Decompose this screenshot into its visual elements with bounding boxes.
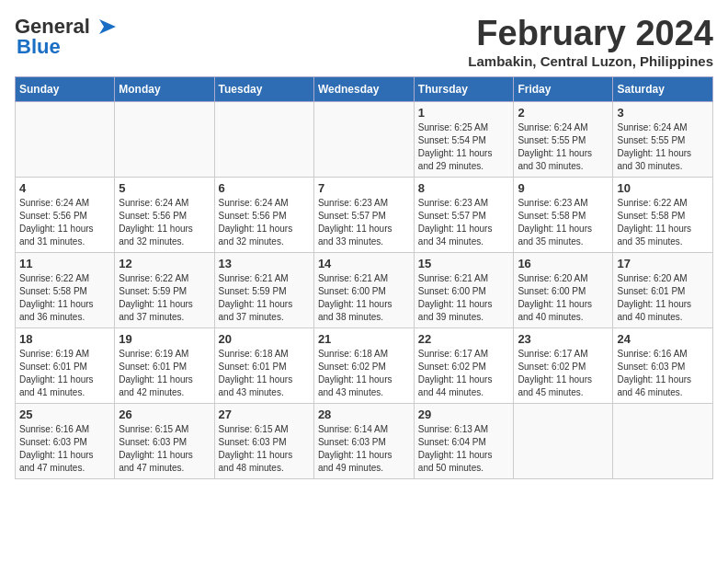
calendar-header: SundayMondayTuesdayWednesdayThursdayFrid… bbox=[16, 76, 713, 101]
day-number: 2 bbox=[518, 106, 609, 120]
calendar-cell: 1Sunrise: 6:25 AM Sunset: 5:54 PM Daylig… bbox=[414, 101, 514, 177]
day-info: Sunrise: 6:18 AM Sunset: 6:02 PM Dayligh… bbox=[318, 348, 410, 399]
calendar-cell: 8Sunrise: 6:23 AM Sunset: 5:57 PM Daylig… bbox=[414, 177, 514, 252]
day-number: 5 bbox=[119, 181, 210, 195]
calendar-cell: 11Sunrise: 6:22 AM Sunset: 5:58 PM Dayli… bbox=[16, 252, 115, 327]
day-info: Sunrise: 6:17 AM Sunset: 6:02 PM Dayligh… bbox=[518, 348, 609, 399]
weekday-header: Tuesday bbox=[214, 76, 313, 101]
day-number: 24 bbox=[617, 332, 709, 346]
day-number: 18 bbox=[19, 332, 110, 346]
day-info: Sunrise: 6:18 AM Sunset: 6:01 PM Dayligh… bbox=[219, 348, 310, 399]
day-number: 21 bbox=[318, 332, 410, 346]
day-number: 22 bbox=[418, 332, 510, 346]
week-row: 25Sunrise: 6:16 AM Sunset: 6:03 PM Dayli… bbox=[16, 403, 713, 478]
svg-marker-0 bbox=[99, 19, 116, 34]
day-info: Sunrise: 6:13 AM Sunset: 6:04 PM Dayligh… bbox=[418, 423, 510, 475]
logo-blue: Blue bbox=[17, 35, 61, 59]
day-number: 7 bbox=[318, 181, 410, 195]
calendar-cell: 9Sunrise: 6:23 AM Sunset: 5:58 PM Daylig… bbox=[514, 177, 613, 252]
calendar-cell: 24Sunrise: 6:16 AM Sunset: 6:03 PM Dayli… bbox=[613, 327, 713, 403]
calendar-cell: 6Sunrise: 6:24 AM Sunset: 5:56 PM Daylig… bbox=[214, 177, 313, 252]
day-info: Sunrise: 6:15 AM Sunset: 6:03 PM Dayligh… bbox=[219, 423, 310, 475]
calendar-cell: 23Sunrise: 6:17 AM Sunset: 6:02 PM Dayli… bbox=[514, 327, 613, 403]
day-number: 10 bbox=[617, 181, 709, 195]
day-number: 23 bbox=[518, 332, 609, 346]
week-row: 4Sunrise: 6:24 AM Sunset: 5:56 PM Daylig… bbox=[16, 177, 713, 252]
calendar-cell: 14Sunrise: 6:21 AM Sunset: 6:00 PM Dayli… bbox=[313, 252, 414, 327]
day-number: 14 bbox=[318, 257, 410, 270]
day-info: Sunrise: 6:22 AM Sunset: 5:58 PM Dayligh… bbox=[19, 272, 110, 324]
calendar-cell: 20Sunrise: 6:18 AM Sunset: 6:01 PM Dayli… bbox=[214, 327, 313, 403]
weekday-header: Wednesday bbox=[313, 76, 414, 101]
calendar-cell bbox=[16, 101, 115, 177]
calendar-cell: 18Sunrise: 6:19 AM Sunset: 6:01 PM Dayli… bbox=[16, 327, 115, 403]
day-info: Sunrise: 6:16 AM Sunset: 6:03 PM Dayligh… bbox=[617, 348, 709, 399]
calendar-cell: 7Sunrise: 6:23 AM Sunset: 5:57 PM Daylig… bbox=[313, 177, 414, 252]
day-number: 9 bbox=[518, 181, 609, 195]
day-number: 17 bbox=[617, 257, 709, 270]
day-info: Sunrise: 6:17 AM Sunset: 6:02 PM Dayligh… bbox=[418, 348, 510, 399]
calendar-cell: 13Sunrise: 6:21 AM Sunset: 5:59 PM Dayli… bbox=[214, 252, 313, 327]
day-number: 16 bbox=[518, 257, 609, 270]
day-info: Sunrise: 6:16 AM Sunset: 6:03 PM Dayligh… bbox=[19, 423, 110, 475]
header-row: SundayMondayTuesdayWednesdayThursdayFrid… bbox=[16, 76, 713, 101]
day-info: Sunrise: 6:23 AM Sunset: 5:57 PM Dayligh… bbox=[418, 197, 510, 248]
calendar-cell: 2Sunrise: 6:24 AM Sunset: 5:55 PM Daylig… bbox=[514, 101, 613, 177]
calendar-cell: 17Sunrise: 6:20 AM Sunset: 6:01 PM Dayli… bbox=[613, 252, 713, 327]
day-info: Sunrise: 6:20 AM Sunset: 6:01 PM Dayligh… bbox=[617, 272, 709, 324]
day-info: Sunrise: 6:21 AM Sunset: 6:00 PM Dayligh… bbox=[318, 272, 410, 324]
day-number: 1 bbox=[418, 106, 510, 120]
day-number: 4 bbox=[19, 181, 110, 195]
calendar-cell bbox=[214, 101, 313, 177]
day-info: Sunrise: 6:23 AM Sunset: 5:58 PM Dayligh… bbox=[518, 197, 609, 248]
calendar-cell: 29Sunrise: 6:13 AM Sunset: 6:04 PM Dayli… bbox=[414, 403, 514, 478]
week-row: 1Sunrise: 6:25 AM Sunset: 5:54 PM Daylig… bbox=[16, 101, 713, 177]
day-number: 15 bbox=[418, 257, 510, 270]
day-info: Sunrise: 6:24 AM Sunset: 5:55 PM Dayligh… bbox=[617, 121, 709, 173]
calendar-cell: 3Sunrise: 6:24 AM Sunset: 5:55 PM Daylig… bbox=[613, 101, 713, 177]
day-number: 27 bbox=[219, 408, 310, 421]
weekday-header: Thursday bbox=[414, 76, 514, 101]
day-number: 29 bbox=[418, 408, 510, 421]
day-number: 6 bbox=[219, 181, 310, 195]
day-number: 25 bbox=[19, 408, 110, 421]
week-row: 18Sunrise: 6:19 AM Sunset: 6:01 PM Dayli… bbox=[16, 327, 713, 403]
day-number: 13 bbox=[219, 257, 310, 270]
calendar-cell: 16Sunrise: 6:20 AM Sunset: 6:00 PM Dayli… bbox=[514, 252, 613, 327]
day-info: Sunrise: 6:21 AM Sunset: 6:00 PM Dayligh… bbox=[418, 272, 510, 324]
day-number: 8 bbox=[418, 181, 510, 195]
calendar-cell: 21Sunrise: 6:18 AM Sunset: 6:02 PM Dayli… bbox=[313, 327, 414, 403]
day-info: Sunrise: 6:21 AM Sunset: 5:59 PM Dayligh… bbox=[219, 272, 310, 324]
day-info: Sunrise: 6:22 AM Sunset: 5:58 PM Dayligh… bbox=[617, 197, 709, 248]
day-info: Sunrise: 6:14 AM Sunset: 6:03 PM Dayligh… bbox=[318, 423, 410, 475]
day-info: Sunrise: 6:22 AM Sunset: 5:59 PM Dayligh… bbox=[119, 272, 210, 324]
logo: General Blue bbox=[15, 15, 118, 59]
day-number: 19 bbox=[119, 332, 210, 346]
week-row: 11Sunrise: 6:22 AM Sunset: 5:58 PM Dayli… bbox=[16, 252, 713, 327]
title-area: February 2024 Lambakin, Central Luzon, P… bbox=[468, 15, 713, 69]
calendar-body: 1Sunrise: 6:25 AM Sunset: 5:54 PM Daylig… bbox=[16, 101, 713, 478]
calendar-cell bbox=[115, 101, 214, 177]
header: General Blue February 2024 Lambakin, Cen… bbox=[15, 15, 713, 69]
day-info: Sunrise: 6:25 AM Sunset: 5:54 PM Dayligh… bbox=[418, 121, 510, 173]
day-number: 3 bbox=[617, 106, 709, 120]
day-info: Sunrise: 6:24 AM Sunset: 5:56 PM Dayligh… bbox=[19, 197, 110, 248]
day-info: Sunrise: 6:23 AM Sunset: 5:57 PM Dayligh… bbox=[318, 197, 410, 248]
calendar-cell: 25Sunrise: 6:16 AM Sunset: 6:03 PM Dayli… bbox=[16, 403, 115, 478]
weekday-header: Friday bbox=[514, 76, 613, 101]
calendar-cell: 15Sunrise: 6:21 AM Sunset: 6:00 PM Dayli… bbox=[414, 252, 514, 327]
calendar-cell: 22Sunrise: 6:17 AM Sunset: 6:02 PM Dayli… bbox=[414, 327, 514, 403]
calendar-cell: 28Sunrise: 6:14 AM Sunset: 6:03 PM Dayli… bbox=[313, 403, 414, 478]
calendar-cell bbox=[313, 101, 414, 177]
weekday-header: Monday bbox=[115, 76, 214, 101]
calendar-cell: 5Sunrise: 6:24 AM Sunset: 5:56 PM Daylig… bbox=[115, 177, 214, 252]
calendar-cell: 10Sunrise: 6:22 AM Sunset: 5:58 PM Dayli… bbox=[613, 177, 713, 252]
day-info: Sunrise: 6:20 AM Sunset: 6:00 PM Dayligh… bbox=[518, 272, 609, 324]
weekday-header: Sunday bbox=[16, 76, 115, 101]
day-info: Sunrise: 6:19 AM Sunset: 6:01 PM Dayligh… bbox=[19, 348, 110, 399]
day-info: Sunrise: 6:19 AM Sunset: 6:01 PM Dayligh… bbox=[119, 348, 210, 399]
calendar-cell: 26Sunrise: 6:15 AM Sunset: 6:03 PM Dayli… bbox=[115, 403, 214, 478]
calendar-table: SundayMondayTuesdayWednesdayThursdayFrid… bbox=[15, 76, 713, 479]
calendar-cell bbox=[613, 403, 713, 478]
calendar-cell bbox=[514, 403, 613, 478]
